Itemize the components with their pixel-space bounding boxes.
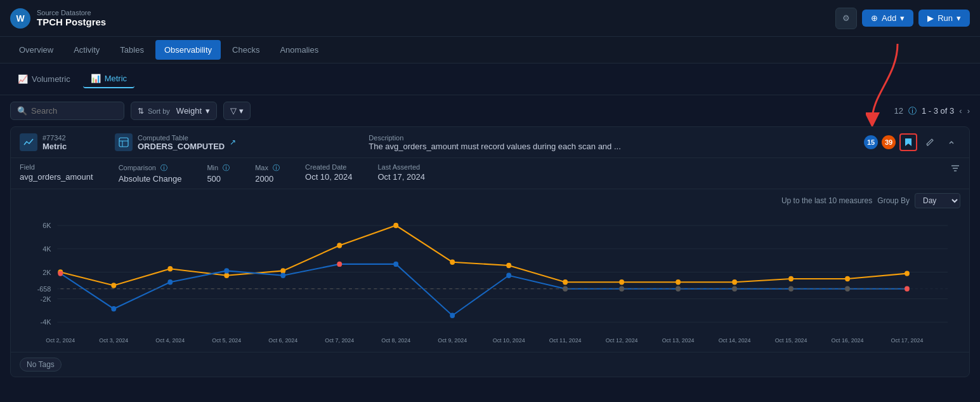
metric-icon: 📊 xyxy=(91,74,101,83)
created-value: Oct 10, 2024 xyxy=(305,172,352,182)
svg-text:Oct 10, 2024: Oct 10, 2024 xyxy=(493,337,525,344)
search-input[interactable] xyxy=(31,106,114,116)
page-count: 12 xyxy=(894,106,903,116)
svg-text:Oct 15, 2024: Oct 15, 2024 xyxy=(775,337,807,344)
chart-svg: 6K 4K 2K -658 -2K -4K xyxy=(20,212,960,345)
toolbar: 🔍 ⇅ Sort by Weight ▾ ▽ ▾ 12 ⓘ 1 - 3 of 3… xyxy=(0,95,980,126)
field-col: Field avg_orders_amount xyxy=(20,163,93,184)
min-value: 500 xyxy=(207,174,230,184)
svg-text:Oct 11, 2024: Oct 11, 2024 xyxy=(549,337,582,344)
tab-observability[interactable]: Observability xyxy=(155,40,221,60)
svg-text:-4K: -4K xyxy=(41,318,51,326)
filter-icon-right[interactable] xyxy=(950,163,960,184)
subtab-metric[interactable]: 📊 Metric xyxy=(83,70,134,88)
svg-text:Oct 16, 2024: Oct 16, 2024 xyxy=(832,337,864,344)
volumetric-label: Volumetric xyxy=(32,74,70,84)
card-actions: 15 39 xyxy=(864,133,960,151)
description-section: Description The avg_orders_amount must r… xyxy=(369,134,851,151)
svg-point-38 xyxy=(337,262,342,267)
svg-point-48 xyxy=(905,286,910,291)
field-value: avg_orders_amount xyxy=(20,172,93,182)
tab-activity[interactable]: Activity xyxy=(65,40,108,60)
svg-point-44 xyxy=(676,286,681,291)
filter-chevron-icon: ▾ xyxy=(239,106,244,116)
svg-point-41 xyxy=(506,273,511,278)
metric-number: #77342 xyxy=(42,134,67,142)
svg-point-46 xyxy=(788,286,794,291)
svg-rect-0 xyxy=(119,138,128,147)
expand-button[interactable] xyxy=(943,133,960,151)
svg-text:Oct 5, 2024: Oct 5, 2024 xyxy=(212,337,241,344)
bookmark-button[interactable] xyxy=(899,133,917,151)
header-right: ⚙ ⊕ Add ▾ ▶ Run ▾ xyxy=(835,8,970,29)
prev-page-button[interactable]: ‹ xyxy=(959,106,962,116)
edit-button[interactable] xyxy=(921,133,939,151)
subtab-volumetric[interactable]: 📈 Volumetric xyxy=(10,70,78,88)
computed-table-section: Computed Table ORDERS_COMPUTED ↗ xyxy=(115,133,356,151)
svg-text:Oct 4, 2024: Oct 4, 2024 xyxy=(155,337,185,344)
volumetric-icon: 📈 xyxy=(18,74,28,84)
svg-text:-658: -658 xyxy=(37,285,51,293)
search-box[interactable]: 🔍 xyxy=(10,102,124,120)
svg-point-29 xyxy=(732,279,737,285)
svg-text:Oct 6, 2024: Oct 6, 2024 xyxy=(268,337,297,344)
comparison-col: Comparison ⓘ Absolute Change xyxy=(119,163,182,184)
add-button[interactable]: ⊕ Add ▾ xyxy=(862,10,913,27)
svg-point-43 xyxy=(619,286,624,291)
svg-point-21 xyxy=(280,268,285,273)
max-info-icon: ⓘ xyxy=(273,164,280,171)
measures-label: Up to the last 10 measures xyxy=(781,196,872,205)
header-left: W Source Datastore TPCH Postgres xyxy=(10,8,106,29)
svg-point-22 xyxy=(337,243,342,248)
svg-point-18 xyxy=(111,283,116,288)
filter-box[interactable]: ▽ ▾ xyxy=(223,102,251,120)
max-value: 2000 xyxy=(255,174,280,184)
svg-point-33 xyxy=(58,271,63,276)
svg-point-27 xyxy=(619,279,624,285)
badge-orange: 39 xyxy=(882,135,896,149)
description-value: The avg_orders_amount must record values… xyxy=(369,142,851,151)
svg-point-30 xyxy=(788,276,794,281)
group-by-select[interactable]: Day Week Month xyxy=(915,193,960,208)
run-chevron-icon: ▾ xyxy=(957,13,961,23)
next-page-button[interactable]: › xyxy=(967,106,970,116)
metric-type-icon xyxy=(20,133,37,151)
tab-checks[interactable]: Checks xyxy=(223,40,268,60)
tab-anomalies[interactable]: Anomalies xyxy=(271,40,327,60)
sort-box[interactable]: ⇅ Sort by Weight ▾ xyxy=(131,102,217,120)
svg-point-36 xyxy=(224,268,229,273)
chart-area: 6K 4K 2K -658 -2K -4K xyxy=(11,212,969,352)
badge-blue: 15 xyxy=(864,135,878,149)
sort-by-label: Sort by xyxy=(148,107,170,115)
gear-button[interactable]: ⚙ xyxy=(835,8,857,29)
svg-point-37 xyxy=(280,273,285,278)
computed-table-value: ORDERS_COMPUTED xyxy=(138,142,225,151)
svg-point-42 xyxy=(563,286,568,291)
group-by-label: Group By xyxy=(877,196,910,205)
pagination: 12 ⓘ 1 - 3 of 3 ‹ › xyxy=(894,105,970,117)
computed-table-icon xyxy=(115,133,133,151)
comparison-info-icon: ⓘ xyxy=(160,164,167,171)
card-wrapper: #77342 Metric Computed Table ORDERS_COMP… xyxy=(0,126,980,377)
svg-point-31 xyxy=(845,276,850,281)
sort-icon: ⇅ xyxy=(138,107,144,116)
page-range: 1 - 3 of 3 xyxy=(922,106,954,116)
tab-overview[interactable]: Overview xyxy=(10,40,62,60)
external-link-icon[interactable]: ↗ xyxy=(230,138,236,147)
no-tags-badge[interactable]: No Tags xyxy=(20,358,62,372)
plus-icon: ⊕ xyxy=(871,13,878,23)
svg-text:Oct 13, 2024: Oct 13, 2024 xyxy=(662,337,695,344)
run-button[interactable]: ▶ Run ▾ xyxy=(918,10,970,27)
asserted-label: Last Asserted xyxy=(377,163,424,171)
asserted-col: Last Asserted Oct 17, 2024 xyxy=(377,163,424,184)
comparison-value: Absolute Change xyxy=(119,174,182,184)
svg-point-47 xyxy=(845,286,850,291)
svg-point-34 xyxy=(111,306,116,311)
tab-tables[interactable]: Tables xyxy=(111,40,153,60)
max-col: Max ⓘ 2000 xyxy=(255,163,280,184)
min-info-icon: ⓘ xyxy=(223,164,230,171)
run-icon: ▶ xyxy=(927,13,934,23)
svg-point-39 xyxy=(393,262,398,267)
svg-text:6K: 6K xyxy=(42,222,51,229)
card-metric-section: #77342 Metric xyxy=(20,133,102,151)
